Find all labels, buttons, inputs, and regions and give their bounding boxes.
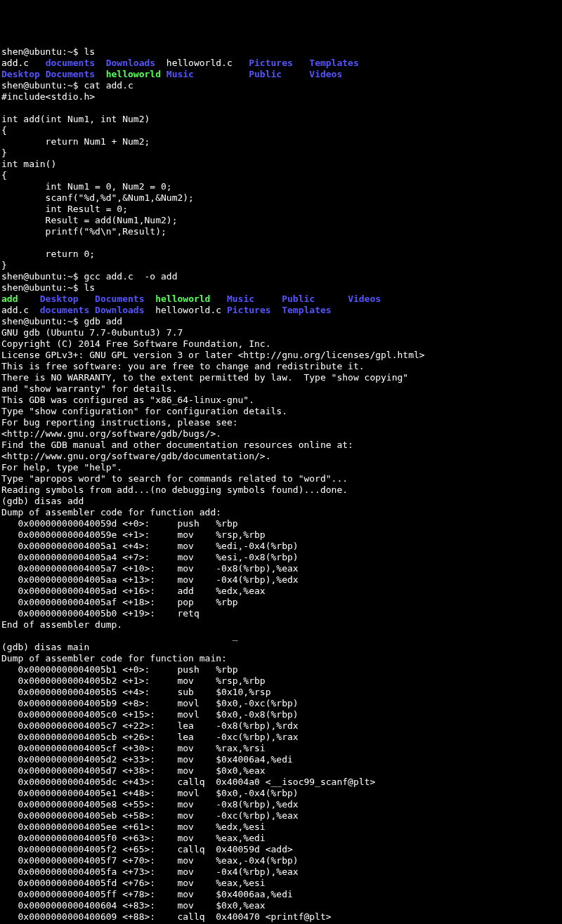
terminal-output[interactable]: shen@ubuntu:~$ ls add.c documents Downlo… bbox=[1, 46, 561, 924]
